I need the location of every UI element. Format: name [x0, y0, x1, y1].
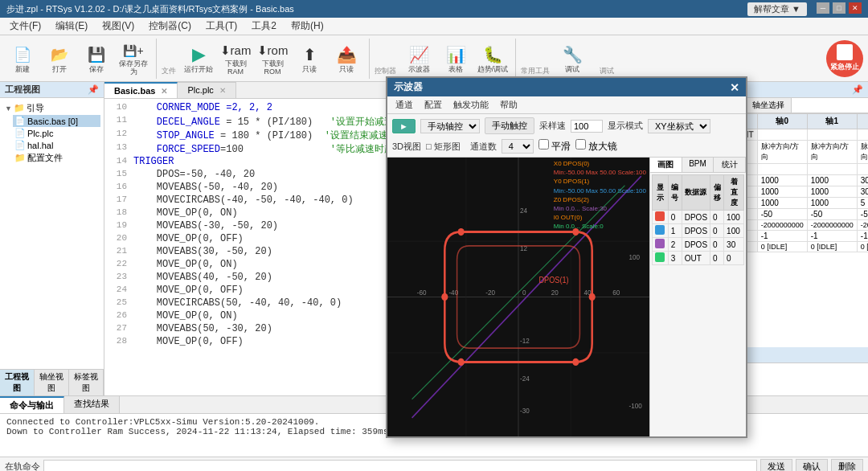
axis-tab-coord[interactable]: 轴坐选择 — [746, 98, 792, 113]
osc-magnify-check[interactable]: 放大镜 — [575, 139, 617, 154]
close-button[interactable]: ✕ — [849, 2, 862, 14]
table-label: 表格 — [448, 66, 463, 74]
osc-menu-config[interactable]: 配置 — [420, 98, 447, 112]
new-icon: 📄 — [11, 43, 34, 66]
upload-button[interactable]: ⬆ 只读 — [292, 40, 327, 77]
cmd-label: 在轨命令 — [5, 461, 40, 471]
osc-speed-input[interactable] — [571, 120, 603, 133]
debug-button[interactable]: 🐛 趋势/调试 — [475, 40, 510, 77]
tree-item-basic[interactable]: 📄 Basic.bas [0] — [13, 115, 100, 127]
menu-view[interactable]: 视图(V) — [96, 18, 141, 35]
upload-icon: ⬆ — [298, 43, 321, 66]
tab-plc[interactable]: Plc.plc ✕ — [178, 82, 235, 98]
help-btn[interactable]: 解帮文章 ▼ — [747, 2, 807, 16]
save-icon: 💾 — [85, 43, 108, 66]
svg-point-25 — [589, 293, 596, 301]
ext-debug-button[interactable]: 🔧 调试 — [555, 40, 590, 77]
tree-arrow-root: ▼ — [5, 104, 12, 113]
download-rom-icon: ⬇rom — [261, 41, 284, 60]
svg-text:-12: -12 — [520, 337, 530, 346]
menu-help[interactable]: 帮助(H) — [285, 18, 330, 35]
oscilloscope-menu: 通道 配置 触发功能 帮助 — [387, 96, 746, 114]
tree-root[interactable]: ▼ 📁 引导 — [3, 101, 100, 115]
tree-item-plc[interactable]: 📄 Plc.plc — [13, 127, 100, 139]
tab-search-results[interactable]: 查找结果 — [64, 396, 120, 413]
download-rom-button[interactable]: ⬇rom 下载到ROM — [255, 40, 290, 77]
new-button[interactable]: 📄 新建 — [5, 40, 40, 77]
osc-channel-table: 显示 编号 数据源 偏移 着直度 0 DPOS 0 — [652, 174, 744, 265]
send-button[interactable]: 发送 — [760, 459, 792, 471]
svg-point-27 — [458, 358, 465, 366]
window-controls: 解帮文章 ▼ ─ □ ✕ — [747, 2, 862, 16]
command-input[interactable] — [43, 460, 757, 472]
menu-edit[interactable]: 编辑(E) — [49, 18, 94, 35]
tree-folder-icon-config: 📁 — [14, 153, 26, 163]
osc-axis-select[interactable]: 手动轴控 — [420, 119, 480, 133]
delete-button[interactable]: 删除 — [831, 459, 863, 471]
col-offset: 偏移 — [710, 175, 724, 211]
open-icon: 📂 — [48, 43, 71, 66]
oscilloscope-title: 示波器 — [394, 80, 423, 94]
menu-file[interactable]: 文件(F) — [3, 18, 47, 35]
osc-display-select[interactable]: XY坐标式 3D视图 矩形图 — [648, 119, 710, 133]
tab-command-output[interactable]: 命令与输出 — [0, 396, 64, 413]
save-button[interactable]: 💾 保存 — [79, 40, 114, 77]
controller-section-label: 控制器 — [375, 66, 396, 76]
chart-label-y0: Y0 DPOS(1) — [554, 177, 646, 186]
minimize-button[interactable]: ─ — [817, 2, 829, 14]
confirm-button[interactable]: 确认 — [796, 459, 828, 471]
tab-basic[interactable]: Basic.bas ✕ — [104, 82, 178, 98]
download-ram-button[interactable]: ⬇ram 下载到RAM — [218, 40, 253, 77]
tree-children: 📄 Basic.bas [0] 📄 Plc.plc 📄 hal.hal 📁 配置… — [3, 115, 100, 165]
ch2-color — [655, 239, 665, 248]
ch3-color — [655, 252, 665, 262]
osc-tab-bpm[interactable]: BPM — [682, 158, 714, 172]
osc-manual-button[interactable]: 手动触控 — [485, 117, 534, 134]
tree-item-plc-label: Plc.plc — [27, 129, 53, 138]
osc-smooth-check[interactable]: 平滑 — [538, 139, 571, 154]
osc-menu-trigger[interactable]: 触发功能 — [448, 98, 493, 112]
tree-item-config[interactable]: 📁 配置文件 — [13, 151, 100, 165]
oscilloscope-close[interactable]: ✕ — [730, 81, 739, 94]
menu-tools2[interactable]: 工具2 — [245, 18, 283, 35]
osc-layers-select[interactable]: 4 — [502, 139, 534, 154]
tab-plc-close[interactable]: ✕ — [219, 86, 226, 95]
osc-play-button[interactable]: ► — [392, 119, 416, 133]
menu-bar: 文件(F) 编辑(E) 视图(V) 控制器(C) 工具(T) 工具2 帮助(H) — [0, 18, 868, 35]
oscilloscope-label: 示波器 — [408, 66, 430, 74]
open-label: 打开 — [52, 66, 67, 74]
tree-tab-axis[interactable]: 轴坐视图 — [35, 370, 69, 395]
maximize-button[interactable]: □ — [833, 2, 845, 14]
project-panel: 工程视图 📌 ▼ 📁 引导 📄 Basic.bas [0] 📄 Plc.plc — [0, 82, 104, 395]
saveas-button[interactable]: 💾+ 保存另存为 — [116, 40, 151, 77]
svg-point-23 — [458, 228, 465, 236]
readonly-button[interactable]: 📤 只读 — [329, 40, 364, 77]
tree-item-hal[interactable]: 📄 hal.hal — [13, 139, 100, 151]
emergency-stop-button[interactable]: 紧急停止 — [826, 40, 863, 77]
col-datasrc: 数据源 — [682, 175, 710, 211]
open-button[interactable]: 📂 打开 — [42, 40, 77, 77]
tree-tab-label[interactable]: 标签视图 — [69, 370, 104, 395]
tab-basic-close[interactable]: ✕ — [161, 87, 167, 96]
debug-icon: 🐛 — [481, 43, 504, 66]
ext-debug-icon: 🔧 — [561, 43, 583, 66]
run-button[interactable]: ▶ 运行开始 — [181, 40, 216, 77]
svg-text:12: 12 — [520, 244, 527, 252]
tree-tab-project[interactable]: 工程视图 — [0, 370, 35, 395]
osc-menu-channel[interactable]: 通道 — [391, 98, 418, 112]
oscilloscope-body: X0 DPOS(0) Min:-50.00 Max 50.00 Scale:10… — [387, 158, 746, 436]
oscilloscope-icon: 📈 — [407, 43, 430, 66]
col-axis2: 轴 — [857, 114, 868, 129]
table-button[interactable]: 📊 表格 — [438, 40, 473, 77]
menu-tools[interactable]: 工具(T) — [199, 18, 244, 35]
osc-menu-help[interactable]: 帮助 — [495, 98, 522, 112]
svg-text:24: 24 — [520, 207, 527, 215]
osc-tab-stats[interactable]: 统计 — [714, 158, 746, 172]
osc-tab-draw[interactable]: 画图 — [650, 158, 682, 172]
menu-controller[interactable]: 控制器(C) — [142, 18, 198, 35]
panel-pin-icon[interactable]: 📌 — [88, 84, 99, 95]
svg-text:-100: -100 — [629, 402, 642, 411]
oscilloscope-button[interactable]: 📈 示波器 — [401, 40, 436, 77]
download-rom-label: 下载到ROM — [256, 60, 289, 76]
axis-panel-pin[interactable]: 📌 — [852, 84, 863, 95]
